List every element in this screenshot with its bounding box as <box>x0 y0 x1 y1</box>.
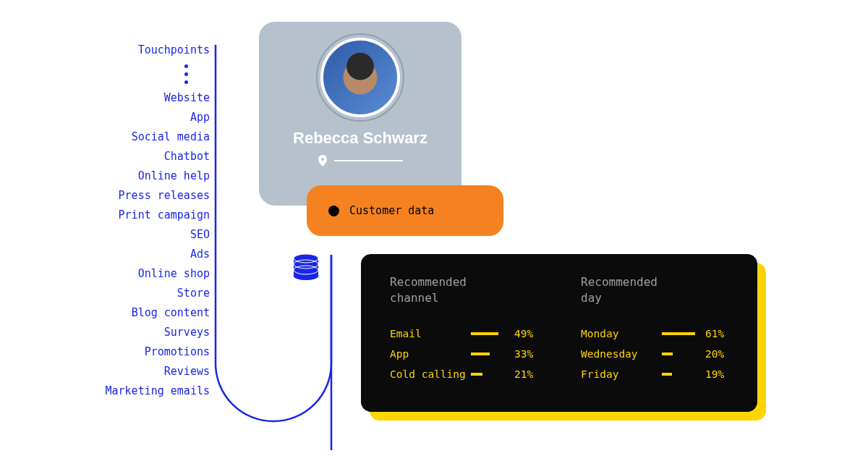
touchpoints-item: Reviews <box>58 362 210 381</box>
rec-bar <box>471 352 490 355</box>
rec-bar <box>662 352 673 355</box>
rec-channel-label: Email <box>390 324 471 344</box>
touchpoints-ellipsis <box>58 64 210 84</box>
rec-day-pct: 20% <box>705 344 724 364</box>
touchpoints-item: Ads <box>58 245 210 264</box>
avatar <box>320 38 400 117</box>
touchpoints-item: Promotions <box>58 342 210 362</box>
rec-bar <box>662 332 695 335</box>
touchpoints-item: Chatbot <box>58 147 210 166</box>
rec-bar <box>662 373 672 376</box>
rec-channel-row: Email 49% <box>390 324 537 344</box>
rec-day-row: Friday 19% <box>581 364 728 384</box>
touchpoints-item: Marketing emails <box>58 381 210 401</box>
rec-bar <box>471 373 482 376</box>
recommended-day-column: Recommended day Monday 61% Wednesday 20%… <box>581 274 728 392</box>
location-pin-icon <box>318 155 327 166</box>
customer-data-label: Customer data <box>349 204 434 217</box>
location-placeholder-line <box>334 160 403 161</box>
touchpoints-title: Touchpoints <box>58 41 210 60</box>
rec-channel-pct: 33% <box>514 344 533 364</box>
recommended-channel-title: Recommended channel <box>390 274 537 306</box>
rec-channel-row: Cold calling 21% <box>390 364 537 384</box>
rec-channel-label: Cold calling <box>390 364 471 384</box>
rec-day-label: Friday <box>581 364 662 384</box>
recommended-day-title: Recommended day <box>581 274 728 306</box>
rec-day-label: Wednesday <box>581 344 662 364</box>
touchpoints-item: Online shop <box>58 264 210 284</box>
rec-day-row: Wednesday 20% <box>581 344 728 364</box>
recommended-channel-column: Recommended channel Email 49% App 33% Co… <box>390 274 537 392</box>
touchpoints-item: SEO <box>58 225 210 245</box>
dot-icon <box>328 206 339 216</box>
profile-card: Rebecca Schwarz <box>259 22 461 206</box>
database-icon <box>292 253 320 285</box>
profile-name: Rebecca Schwarz <box>293 129 427 148</box>
touchpoints-item: Blog content <box>58 303 210 323</box>
touchpoints-item: App <box>58 108 210 127</box>
touchpoints-item: Store <box>58 284 210 303</box>
recommendation-panel: Recommended channel Email 49% App 33% Co… <box>361 254 757 412</box>
rec-channel-label: App <box>390 344 471 364</box>
customer-data-pill: Customer data <box>307 185 503 236</box>
touchpoints-item: Online help <box>58 166 210 186</box>
touchpoints-item: Website <box>58 88 210 108</box>
rec-bar <box>471 332 498 335</box>
rec-channel-row: App 33% <box>390 344 537 364</box>
rec-day-label: Monday <box>581 324 662 344</box>
profile-location-row <box>318 155 403 166</box>
rec-channel-pct: 49% <box>514 324 533 344</box>
touchpoints-item: Social media <box>58 127 210 147</box>
rec-channel-pct: 21% <box>514 364 533 384</box>
rec-day-pct: 19% <box>705 364 724 384</box>
touchpoints-panel: Touchpoints Website App Social media Cha… <box>58 41 210 401</box>
rec-day-row: Monday 61% <box>581 324 728 344</box>
touchpoints-item: Surveys <box>58 323 210 342</box>
touchpoints-item: Print campaign <box>58 206 210 225</box>
touchpoints-item: Press releases <box>58 186 210 206</box>
rec-day-pct: 61% <box>705 324 724 344</box>
